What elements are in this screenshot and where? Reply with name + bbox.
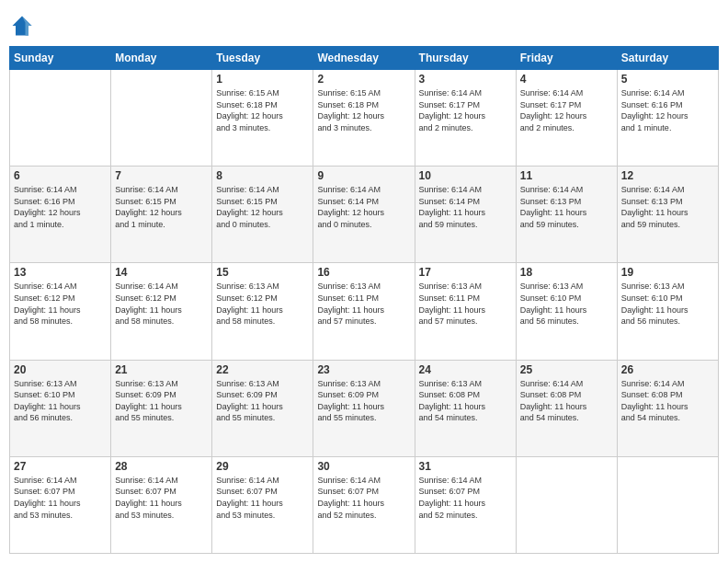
- day-info: Sunrise: 6:14 AM Sunset: 6:14 PM Dayligh…: [419, 184, 512, 230]
- calendar-week-row: 27Sunrise: 6:14 AM Sunset: 6:07 PM Dayli…: [10, 456, 719, 553]
- calendar-week-row: 1Sunrise: 6:15 AM Sunset: 6:18 PM Daylig…: [10, 70, 719, 167]
- day-number: 3: [419, 73, 512, 86]
- day-number: 12: [621, 169, 714, 182]
- calendar-cell: 15Sunrise: 6:13 AM Sunset: 6:12 PM Dayli…: [212, 263, 313, 360]
- calendar-cell: 30Sunrise: 6:14 AM Sunset: 6:07 PM Dayli…: [313, 456, 415, 553]
- day-number: 29: [216, 460, 309, 473]
- calendar-header-row: SundayMondayTuesdayWednesdayThursdayFrid…: [10, 47, 719, 70]
- day-number: 28: [115, 460, 208, 473]
- day-number: 20: [14, 363, 107, 376]
- day-info: Sunrise: 6:13 AM Sunset: 6:09 PM Dayligh…: [317, 378, 410, 424]
- day-info: Sunrise: 6:13 AM Sunset: 6:11 PM Dayligh…: [419, 281, 512, 327]
- day-number: 4: [520, 73, 613, 86]
- calendar-cell: 1Sunrise: 6:15 AM Sunset: 6:18 PM Daylig…: [212, 70, 313, 167]
- day-info: Sunrise: 6:14 AM Sunset: 6:07 PM Dayligh…: [14, 475, 107, 521]
- calendar-week-row: 20Sunrise: 6:13 AM Sunset: 6:10 PM Dayli…: [10, 360, 719, 456]
- day-info: Sunrise: 6:13 AM Sunset: 6:10 PM Dayligh…: [14, 378, 107, 424]
- calendar-cell: 5Sunrise: 6:14 AM Sunset: 6:16 PM Daylig…: [617, 70, 718, 167]
- day-info: Sunrise: 6:13 AM Sunset: 6:08 PM Dayligh…: [419, 378, 512, 424]
- calendar-cell: 17Sunrise: 6:13 AM Sunset: 6:11 PM Dayli…: [415, 263, 516, 360]
- calendar-cell: 2Sunrise: 6:15 AM Sunset: 6:18 PM Daylig…: [313, 70, 415, 167]
- calendar-cell: 22Sunrise: 6:13 AM Sunset: 6:09 PM Dayli…: [212, 360, 313, 456]
- calendar-cell: 9Sunrise: 6:14 AM Sunset: 6:14 PM Daylig…: [313, 167, 415, 263]
- logo-icon: [9, 13, 35, 39]
- calendar-cell: 26Sunrise: 6:14 AM Sunset: 6:08 PM Dayli…: [617, 360, 718, 456]
- day-info: Sunrise: 6:14 AM Sunset: 6:07 PM Dayligh…: [317, 475, 410, 521]
- calendar-cell: 21Sunrise: 6:13 AM Sunset: 6:09 PM Dayli…: [111, 360, 212, 456]
- day-number: 24: [419, 363, 512, 376]
- day-info: Sunrise: 6:14 AM Sunset: 6:07 PM Dayligh…: [216, 475, 309, 521]
- logo: [9, 13, 37, 39]
- calendar-cell: [10, 70, 111, 167]
- day-number: 1: [216, 73, 309, 86]
- calendar-week-row: 6Sunrise: 6:14 AM Sunset: 6:16 PM Daylig…: [10, 167, 719, 263]
- calendar-cell: 10Sunrise: 6:14 AM Sunset: 6:14 PM Dayli…: [415, 167, 516, 263]
- calendar-cell: 14Sunrise: 6:14 AM Sunset: 6:12 PM Dayli…: [111, 263, 212, 360]
- weekday-header: Thursday: [415, 47, 516, 70]
- day-info: Sunrise: 6:14 AM Sunset: 6:12 PM Dayligh…: [14, 281, 107, 327]
- header: [9, 9, 719, 39]
- weekday-header: Friday: [516, 47, 617, 70]
- day-info: Sunrise: 6:13 AM Sunset: 6:11 PM Dayligh…: [317, 281, 410, 327]
- weekday-header: Sunday: [10, 47, 111, 70]
- calendar-cell: 4Sunrise: 6:14 AM Sunset: 6:17 PM Daylig…: [516, 70, 617, 167]
- day-info: Sunrise: 6:13 AM Sunset: 6:09 PM Dayligh…: [115, 378, 208, 424]
- day-number: 31: [419, 460, 512, 473]
- calendar-cell: 20Sunrise: 6:13 AM Sunset: 6:10 PM Dayli…: [10, 360, 111, 456]
- calendar-cell: 11Sunrise: 6:14 AM Sunset: 6:13 PM Dayli…: [516, 167, 617, 263]
- day-number: 17: [419, 266, 512, 279]
- day-info: Sunrise: 6:13 AM Sunset: 6:10 PM Dayligh…: [621, 281, 714, 327]
- day-number: 19: [621, 266, 714, 279]
- day-info: Sunrise: 6:14 AM Sunset: 6:15 PM Dayligh…: [115, 184, 208, 230]
- day-number: 22: [216, 363, 309, 376]
- calendar-cell: 29Sunrise: 6:14 AM Sunset: 6:07 PM Dayli…: [212, 456, 313, 553]
- day-info: Sunrise: 6:14 AM Sunset: 6:14 PM Dayligh…: [317, 184, 410, 230]
- day-info: Sunrise: 6:13 AM Sunset: 6:10 PM Dayligh…: [520, 281, 613, 327]
- day-info: Sunrise: 6:14 AM Sunset: 6:12 PM Dayligh…: [115, 281, 208, 327]
- day-number: 2: [317, 73, 410, 86]
- day-info: Sunrise: 6:14 AM Sunset: 6:07 PM Dayligh…: [419, 475, 512, 521]
- day-info: Sunrise: 6:14 AM Sunset: 6:07 PM Dayligh…: [115, 475, 208, 521]
- day-number: 6: [14, 169, 107, 182]
- calendar-cell: [111, 70, 212, 167]
- calendar-cell: 3Sunrise: 6:14 AM Sunset: 6:17 PM Daylig…: [415, 70, 516, 167]
- day-number: 30: [317, 460, 410, 473]
- day-info: Sunrise: 6:14 AM Sunset: 6:13 PM Dayligh…: [621, 184, 714, 230]
- weekday-header: Monday: [111, 47, 212, 70]
- calendar-cell: 7Sunrise: 6:14 AM Sunset: 6:15 PM Daylig…: [111, 167, 212, 263]
- day-number: 15: [216, 266, 309, 279]
- calendar-cell: 6Sunrise: 6:14 AM Sunset: 6:16 PM Daylig…: [10, 167, 111, 263]
- calendar-table: SundayMondayTuesdayWednesdayThursdayFrid…: [9, 46, 719, 554]
- day-number: 16: [317, 266, 410, 279]
- calendar-cell: 31Sunrise: 6:14 AM Sunset: 6:07 PM Dayli…: [415, 456, 516, 553]
- day-number: 8: [216, 169, 309, 182]
- page: SundayMondayTuesdayWednesdayThursdayFrid…: [0, 0, 728, 563]
- calendar-cell: [516, 456, 617, 553]
- day-info: Sunrise: 6:14 AM Sunset: 6:17 PM Dayligh…: [520, 87, 613, 133]
- day-info: Sunrise: 6:13 AM Sunset: 6:12 PM Dayligh…: [216, 281, 309, 327]
- day-number: 7: [115, 169, 208, 182]
- calendar-cell: 13Sunrise: 6:14 AM Sunset: 6:12 PM Dayli…: [10, 263, 111, 360]
- calendar-cell: [617, 456, 718, 553]
- day-info: Sunrise: 6:13 AM Sunset: 6:09 PM Dayligh…: [216, 378, 309, 424]
- calendar-cell: 25Sunrise: 6:14 AM Sunset: 6:08 PM Dayli…: [516, 360, 617, 456]
- day-info: Sunrise: 6:14 AM Sunset: 6:13 PM Dayligh…: [520, 184, 613, 230]
- calendar-cell: 19Sunrise: 6:13 AM Sunset: 6:10 PM Dayli…: [617, 263, 718, 360]
- weekday-header: Wednesday: [313, 47, 415, 70]
- calendar-cell: 18Sunrise: 6:13 AM Sunset: 6:10 PM Dayli…: [516, 263, 617, 360]
- day-info: Sunrise: 6:14 AM Sunset: 6:15 PM Dayligh…: [216, 184, 309, 230]
- day-number: 10: [419, 169, 512, 182]
- day-number: 21: [115, 363, 208, 376]
- day-info: Sunrise: 6:14 AM Sunset: 6:08 PM Dayligh…: [621, 378, 714, 424]
- day-info: Sunrise: 6:14 AM Sunset: 6:16 PM Dayligh…: [621, 87, 714, 133]
- day-info: Sunrise: 6:15 AM Sunset: 6:18 PM Dayligh…: [216, 87, 309, 133]
- weekday-header: Saturday: [617, 47, 718, 70]
- day-info: Sunrise: 6:14 AM Sunset: 6:08 PM Dayligh…: [520, 378, 613, 424]
- day-info: Sunrise: 6:15 AM Sunset: 6:18 PM Dayligh…: [317, 87, 410, 133]
- day-number: 18: [520, 266, 613, 279]
- calendar-cell: 23Sunrise: 6:13 AM Sunset: 6:09 PM Dayli…: [313, 360, 415, 456]
- day-number: 5: [621, 73, 714, 86]
- calendar-cell: 8Sunrise: 6:14 AM Sunset: 6:15 PM Daylig…: [212, 167, 313, 263]
- day-number: 27: [14, 460, 107, 473]
- weekday-header: Tuesday: [212, 47, 313, 70]
